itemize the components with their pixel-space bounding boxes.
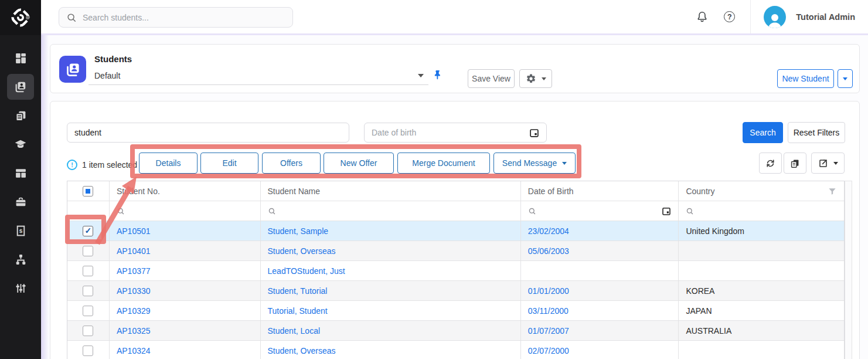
column-header-student-no[interactable]: Student No. — [110, 181, 261, 201]
search-button[interactable]: Search — [743, 122, 783, 143]
merge-document-button[interactable]: Merge Document — [397, 153, 490, 174]
pin-view-button[interactable] — [432, 69, 443, 80]
row-checkbox[interactable] — [83, 306, 93, 316]
row-checkbox[interactable] — [83, 246, 93, 256]
student-dob-link[interactable]: 23/02/2004 — [528, 226, 569, 236]
sliders-icon — [15, 282, 27, 294]
global-search-input[interactable]: Search students... — [59, 7, 293, 28]
student-dob-link[interactable]: 01/01/2000 — [528, 286, 569, 296]
funnel-icon[interactable] — [828, 187, 837, 196]
search-icon — [528, 207, 536, 215]
avatar[interactable] — [764, 6, 786, 28]
students-table: Student No. Student Name Date of Birth C… — [67, 181, 845, 359]
refresh-button[interactable] — [759, 153, 782, 174]
send-message-button[interactable]: Send Message — [493, 153, 576, 174]
student-name-link[interactable]: LeadTOStudent, Just — [268, 266, 345, 276]
search-icon — [66, 12, 77, 23]
student-dob-link[interactable]: 03/11/2000 — [528, 306, 569, 316]
new-offer-button[interactable]: New Offer — [324, 153, 394, 174]
student-no-link[interactable]: AP10325 — [117, 326, 151, 336]
table-row[interactable]: AP10501 Student, Sample 23/02/2004 Unite… — [67, 221, 844, 241]
filter-input-student-name[interactable] — [261, 201, 521, 221]
view-settings-button[interactable] — [519, 69, 552, 88]
sidebar-item-invoices[interactable]: $ — [7, 218, 34, 243]
dob-filter-input[interactable]: Date of birth — [364, 123, 547, 143]
sidebar-item-jobs[interactable] — [7, 189, 34, 215]
table-row[interactable]: AP10329 Tutorial, Student 03/11/2000 JAP… — [67, 301, 844, 321]
filter-input-dob[interactable] — [521, 201, 679, 221]
student-name-link[interactable]: Student, Local — [268, 326, 321, 336]
invoice-icon: $ — [15, 225, 27, 237]
layout-icon — [15, 167, 27, 180]
table-row[interactable]: AP10401 Student, Overseas 05/06/2003 — [67, 241, 844, 261]
row-checkbox[interactable] — [83, 346, 93, 356]
student-dob-link[interactable]: 05/06/2003 — [528, 246, 569, 256]
students-module-icon — [59, 56, 86, 83]
sidebar-item-boards[interactable] — [7, 160, 34, 186]
calendar-icon[interactable] — [662, 206, 671, 216]
edit-button[interactable]: Edit — [200, 153, 258, 174]
keyword-filter-value: student — [74, 128, 101, 137]
student-country: AUSTRALIA — [686, 326, 731, 336]
logo-swirl-icon — [10, 7, 31, 28]
student-no-link[interactable]: AP10330 — [117, 286, 151, 296]
sidebar-item-dashboard[interactable] — [7, 45, 34, 71]
sidebar-item-settings[interactable] — [7, 275, 34, 301]
search-icon — [686, 207, 694, 215]
student-no-link[interactable]: AP10329 — [117, 306, 151, 316]
student-no-link[interactable]: AP10377 — [117, 266, 151, 276]
gear-icon — [526, 73, 536, 84]
export-button[interactable] — [811, 153, 845, 174]
dob-filter-placeholder: Date of birth — [372, 128, 416, 137]
student-name-link[interactable]: Student, Tutorial — [268, 286, 328, 296]
student-name-link[interactable]: Student, Overseas — [268, 346, 336, 355]
student-no-link[interactable]: AP10501 — [117, 226, 151, 236]
graduation-cap-icon — [14, 138, 27, 151]
reset-filters-button[interactable]: Reset Filters — [788, 122, 845, 143]
new-student-button[interactable]: New Student — [777, 69, 834, 88]
copy-button[interactable] — [784, 153, 806, 174]
row-checkbox[interactable] — [83, 226, 93, 236]
table-row[interactable]: AP10377 LeadTOStudent, Just — [67, 261, 844, 281]
select-all-checkbox[interactable] — [83, 186, 93, 197]
table-row[interactable]: AP10325 Student, Local 01/07/2007 AUSTRA… — [67, 321, 844, 341]
student-no-link[interactable]: AP10401 — [117, 246, 151, 256]
row-checkbox[interactable] — [83, 286, 93, 296]
filter-input-student-no[interactable] — [110, 201, 261, 221]
student-dob-link[interactable]: 01/07/2007 — [528, 326, 569, 336]
students-list-card: student Date of birth Search Reset Filte… — [50, 101, 860, 359]
notifications-button[interactable] — [696, 11, 709, 23]
app-logo[interactable] — [0, 0, 41, 35]
chevron-down-icon — [833, 162, 838, 165]
sidebar-item-students[interactable] — [7, 74, 34, 100]
calendar-icon[interactable] — [529, 128, 539, 138]
new-student-dropdown-button[interactable] — [838, 69, 853, 88]
student-name-link[interactable]: Student, Overseas — [268, 246, 336, 256]
save-view-button[interactable]: Save View — [468, 69, 515, 88]
row-checkbox[interactable] — [83, 326, 93, 336]
sidebar-item-workflow[interactable] — [7, 246, 34, 272]
table-row[interactable]: AP10324 Student, Overseas 02/07/2000 — [67, 341, 844, 359]
student-no-link[interactable]: AP10324 — [117, 346, 151, 355]
sidebar-item-documents[interactable] — [7, 103, 34, 128]
view-select[interactable]: Default — [88, 67, 428, 85]
help-button[interactable]: ? — [724, 11, 735, 22]
sidebar-item-courses[interactable] — [7, 131, 34, 157]
row-checkbox[interactable] — [83, 266, 93, 276]
table-row[interactable]: AP10330 Student, Tutorial 01/01/2000 KOR… — [67, 281, 844, 301]
table-scrollbar[interactable] — [845, 181, 852, 359]
offers-button[interactable]: Offers — [262, 153, 321, 174]
chevron-down-icon — [843, 77, 847, 80]
column-header-student-name[interactable]: Student Name — [261, 181, 521, 201]
column-header-country[interactable]: Country — [679, 181, 844, 201]
keyword-filter-input[interactable]: student — [67, 123, 349, 143]
student-name-link[interactable]: Student, Sample — [268, 226, 329, 236]
filter-input-country[interactable] — [679, 201, 844, 221]
export-icon — [818, 158, 828, 168]
column-header-dob[interactable]: Date of Birth — [521, 181, 679, 201]
student-name-link[interactable]: Tutorial, Student — [268, 306, 328, 316]
student-dob-link[interactable]: 02/07/2000 — [528, 346, 569, 355]
details-button[interactable]: Details — [139, 153, 198, 174]
user-name[interactable]: Tutorial Admin — [796, 12, 855, 22]
copy-icon — [790, 158, 800, 168]
